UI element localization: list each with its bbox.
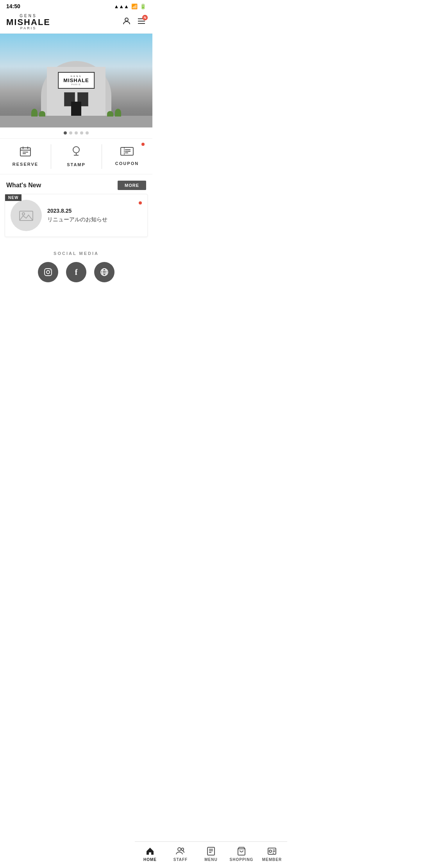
dot-4[interactable] (80, 131, 83, 135)
quick-actions-bar: RESERVE STAMP COUPON (0, 138, 152, 174)
building-sign: GENS MISHALE PARIS (58, 72, 95, 89)
news-unread-dot (139, 201, 142, 204)
sign-paris: PARIS (63, 83, 89, 86)
social-media-title: SOCIAL MEDIA (0, 251, 152, 256)
stamp-label: STAMP (67, 162, 86, 167)
social-icons-row: f (0, 262, 152, 282)
logo-paris: PARIS (20, 27, 36, 30)
news-content: 2023.8.25 リニューアルのお知らせ (47, 208, 133, 223)
carousel-dots (0, 127, 152, 138)
plant-1 (31, 109, 38, 117)
status-icons: ▲▲▲ 📶 🔋 (114, 4, 146, 9)
website-button[interactable] (94, 262, 114, 282)
new-badge: NEW (5, 194, 21, 201)
wifi-icon: 📶 (131, 4, 138, 9)
dot-2[interactable] (69, 131, 72, 135)
battery-icon: 🔋 (140, 4, 146, 9)
stamp-action[interactable]: STAMP (51, 139, 102, 174)
signal-icon: ▲▲▲ (114, 4, 129, 9)
logo: GENS MISHALE PARIS (6, 14, 50, 30)
logo-mishale: MISHALE (6, 18, 50, 27)
reserve-label: RESERVE (13, 162, 38, 167)
building-door (71, 102, 81, 116)
status-bar: 14:50 ▲▲▲ 📶 🔋 (0, 0, 152, 11)
news-thumbnail (11, 200, 42, 231)
coupon-action[interactable]: COUPON (102, 139, 152, 174)
plant-2 (39, 111, 45, 117)
hero-banner: GENS MISHALE PARIS (0, 34, 152, 127)
stamp-icon (71, 146, 82, 159)
social-media-section: SOCIAL MEDIA f (0, 243, 152, 289)
coupon-icon (120, 147, 134, 158)
notification-badge: N (142, 15, 148, 20)
svg-point-19 (22, 213, 25, 215)
svg-point-0 (125, 18, 128, 21)
status-time: 14:50 (6, 3, 20, 9)
sign-mishale: MISHALE (63, 77, 89, 83)
menu-button[interactable]: N (137, 16, 146, 28)
user-profile-button[interactable] (122, 16, 131, 28)
dot-1[interactable] (64, 131, 67, 135)
news-text: リニューアルのお知らせ (47, 216, 133, 223)
instagram-button[interactable] (38, 262, 58, 282)
dot-3[interactable] (75, 131, 78, 135)
reserve-action[interactable]: RESERVE (0, 139, 51, 174)
coupon-notification-dot (141, 143, 145, 146)
plant-3 (115, 109, 121, 117)
svg-rect-18 (20, 211, 33, 221)
whats-new-header: What's New MORE (0, 174, 152, 194)
hero-image: GENS MISHALE PARIS (0, 34, 152, 127)
facebook-button[interactable]: f (66, 262, 86, 282)
header-icons: N (122, 16, 146, 28)
svg-point-10 (73, 147, 79, 153)
plant-4 (107, 111, 113, 117)
facebook-icon: f (75, 268, 78, 277)
ground (0, 116, 152, 127)
more-button[interactable]: MORE (118, 181, 146, 190)
building-shape: GENS MISHALE PARIS (41, 61, 111, 116)
svg-point-22 (50, 270, 51, 271)
logo-text: GENS MISHALE PARIS (6, 14, 50, 30)
news-card[interactable]: NEW 2023.8.25 リニューアルのお知らせ (5, 194, 148, 237)
dot-5[interactable] (86, 131, 89, 135)
svg-point-21 (46, 271, 50, 274)
whats-new-title: What's New (6, 182, 41, 189)
coupon-label: COUPON (115, 161, 139, 166)
reserve-icon (20, 146, 31, 159)
bottom-spacer (0, 289, 152, 320)
news-date: 2023.8.25 (47, 208, 133, 214)
svg-rect-20 (45, 269, 52, 276)
app-header: GENS MISHALE PARIS N (0, 11, 152, 34)
